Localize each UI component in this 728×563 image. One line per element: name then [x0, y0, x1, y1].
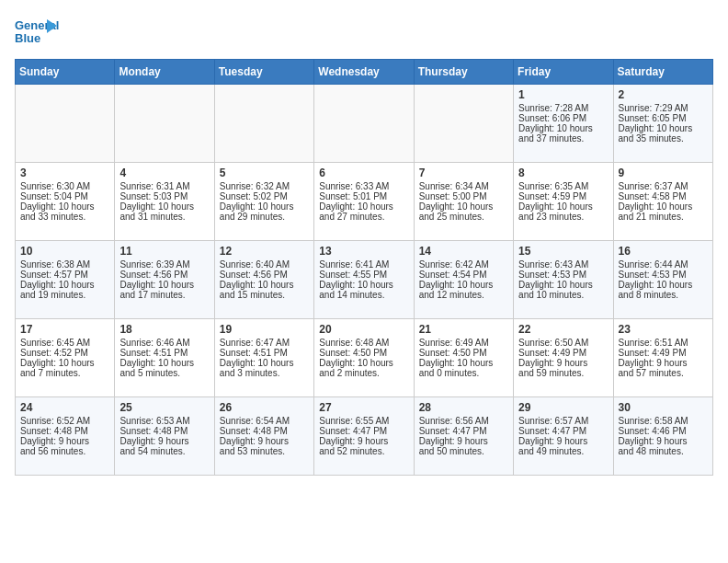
day-info: Sunrise: 6:32 AM [220, 181, 309, 191]
day-info: Daylight: 10 hours [319, 280, 408, 290]
day-info: Sunrise: 6:33 AM [319, 181, 408, 191]
day-info: Sunset: 4:46 PM [619, 426, 708, 436]
day-number: 23 [619, 323, 708, 336]
day-info: Sunset: 5:00 PM [419, 191, 508, 201]
day-number: 20 [319, 323, 408, 336]
day-info: Sunset: 4:50 PM [319, 348, 408, 358]
day-info: Sunset: 4:59 PM [518, 191, 608, 201]
day-info: Sunset: 5:04 PM [20, 191, 109, 201]
day-info: Daylight: 10 hours [119, 201, 209, 212]
day-info: Sunrise: 6:35 AM [518, 181, 608, 191]
weekday-header: Saturday [613, 60, 712, 85]
day-number: 21 [419, 323, 508, 336]
calendar-cell: 21Sunrise: 6:49 AMSunset: 4:50 PMDayligh… [414, 319, 513, 397]
header: GeneralBlue [15, 15, 713, 52]
day-info: Daylight: 9 hours [619, 358, 708, 368]
calendar-cell [414, 85, 513, 163]
day-info: Sunset: 4:55 PM [319, 270, 408, 280]
day-info: Sunrise: 6:40 AM [220, 259, 309, 270]
logo-svg: GeneralBlue [15, 15, 61, 52]
day-number: 19 [220, 323, 309, 336]
day-info: and 10 minutes. [518, 290, 608, 300]
weekday-header: Tuesday [214, 60, 313, 85]
day-number: 3 [20, 167, 109, 179]
weekday-header: Wednesday [314, 60, 414, 85]
day-info: Daylight: 10 hours [419, 358, 508, 368]
calendar-cell: 16Sunrise: 6:44 AMSunset: 4:53 PMDayligh… [613, 241, 712, 319]
calendar-cell: 1Sunrise: 7:28 AMSunset: 6:06 PMDaylight… [514, 85, 613, 163]
day-info: Sunset: 4:49 PM [518, 348, 608, 358]
calendar-week-row: 10Sunrise: 6:38 AMSunset: 4:57 PMDayligh… [16, 241, 713, 319]
day-info: Daylight: 10 hours [518, 123, 608, 133]
day-info: Daylight: 9 hours [119, 436, 209, 446]
day-info: Daylight: 10 hours [220, 201, 309, 212]
svg-text:Blue: Blue [15, 31, 40, 45]
day-number: 9 [619, 167, 708, 179]
day-info: Daylight: 10 hours [619, 201, 708, 212]
calendar-week-row: 3Sunrise: 6:30 AMSunset: 5:04 PMDaylight… [16, 163, 713, 241]
day-info: Sunset: 4:51 PM [220, 348, 309, 358]
day-number: 2 [619, 88, 708, 101]
day-info: Sunrise: 6:43 AM [518, 259, 608, 270]
day-info: Daylight: 9 hours [419, 436, 508, 446]
calendar-cell: 7Sunrise: 6:34 AMSunset: 5:00 PMDaylight… [414, 163, 513, 241]
day-info: Sunset: 6:05 PM [619, 113, 708, 123]
day-info: Sunrise: 6:57 AM [518, 416, 608, 426]
day-number: 1 [518, 88, 608, 101]
day-info: Sunset: 4:52 PM [20, 348, 109, 358]
day-info: Sunset: 4:56 PM [220, 270, 309, 280]
day-info: Sunset: 4:51 PM [119, 348, 209, 358]
day-info: Daylight: 10 hours [319, 201, 408, 212]
day-info: and 15 minutes. [220, 290, 309, 300]
calendar-week-row: 17Sunrise: 6:45 AMSunset: 4:52 PMDayligh… [16, 319, 713, 397]
day-info: and 57 minutes. [619, 368, 708, 378]
day-info: and 3 minutes. [220, 368, 309, 378]
day-info: Daylight: 10 hours [119, 280, 209, 290]
calendar-cell: 19Sunrise: 6:47 AMSunset: 4:51 PMDayligh… [214, 319, 313, 397]
day-info: Sunrise: 6:51 AM [619, 338, 708, 348]
calendar-cell: 12Sunrise: 6:40 AMSunset: 4:56 PMDayligh… [214, 241, 313, 319]
calendar-cell: 5Sunrise: 6:32 AMSunset: 5:02 PMDaylight… [214, 163, 313, 241]
day-info: Sunrise: 6:49 AM [419, 338, 508, 348]
day-info: and 37 minutes. [518, 133, 608, 144]
day-info: and 59 minutes. [518, 368, 608, 378]
day-info: Daylight: 10 hours [319, 358, 408, 368]
day-info: Sunrise: 6:31 AM [119, 181, 209, 191]
day-info: Sunrise: 6:53 AM [119, 416, 209, 426]
day-info: Daylight: 10 hours [220, 280, 309, 290]
day-info: Sunset: 5:01 PM [319, 191, 408, 201]
day-info: Sunrise: 6:52 AM [20, 416, 109, 426]
day-info: Daylight: 10 hours [619, 123, 708, 133]
weekday-header: Sunday [16, 60, 115, 85]
day-info: Daylight: 10 hours [419, 280, 508, 290]
day-info: Sunset: 4:57 PM [20, 270, 109, 280]
day-info: and 29 minutes. [220, 212, 309, 222]
day-number: 18 [119, 323, 209, 336]
day-info: Daylight: 9 hours [319, 436, 408, 446]
calendar-week-row: 24Sunrise: 6:52 AMSunset: 4:48 PMDayligh… [16, 397, 713, 476]
calendar-cell: 6Sunrise: 6:33 AMSunset: 5:01 PMDaylight… [314, 163, 414, 241]
calendar-cell: 29Sunrise: 6:57 AMSunset: 4:47 PMDayligh… [514, 397, 613, 476]
day-info: and 50 minutes. [419, 446, 508, 456]
day-info: and 23 minutes. [518, 212, 608, 222]
calendar-cell [314, 85, 414, 163]
calendar-cell: 11Sunrise: 6:39 AMSunset: 4:56 PMDayligh… [115, 241, 214, 319]
day-info: Sunset: 4:53 PM [518, 270, 608, 280]
calendar-cell: 22Sunrise: 6:50 AMSunset: 4:49 PMDayligh… [514, 319, 613, 397]
day-info: Sunrise: 6:45 AM [20, 338, 109, 348]
day-number: 27 [319, 401, 408, 414]
day-number: 14 [419, 245, 508, 258]
day-info: and 35 minutes. [619, 133, 708, 144]
day-info: Sunrise: 6:54 AM [220, 416, 309, 426]
day-info: Daylight: 9 hours [220, 436, 309, 446]
calendar-cell: 23Sunrise: 6:51 AMSunset: 4:49 PMDayligh… [613, 319, 712, 397]
calendar-cell: 10Sunrise: 6:38 AMSunset: 4:57 PMDayligh… [16, 241, 115, 319]
day-info: Sunrise: 6:44 AM [619, 259, 708, 270]
weekday-header: Thursday [414, 60, 513, 85]
day-number: 6 [319, 167, 408, 179]
calendar-cell: 4Sunrise: 6:31 AMSunset: 5:03 PMDaylight… [115, 163, 214, 241]
day-info: Sunset: 4:53 PM [619, 270, 708, 280]
calendar-cell: 8Sunrise: 6:35 AMSunset: 4:59 PMDaylight… [514, 163, 613, 241]
day-info: Sunrise: 6:42 AM [419, 259, 508, 270]
day-number: 11 [119, 245, 209, 258]
